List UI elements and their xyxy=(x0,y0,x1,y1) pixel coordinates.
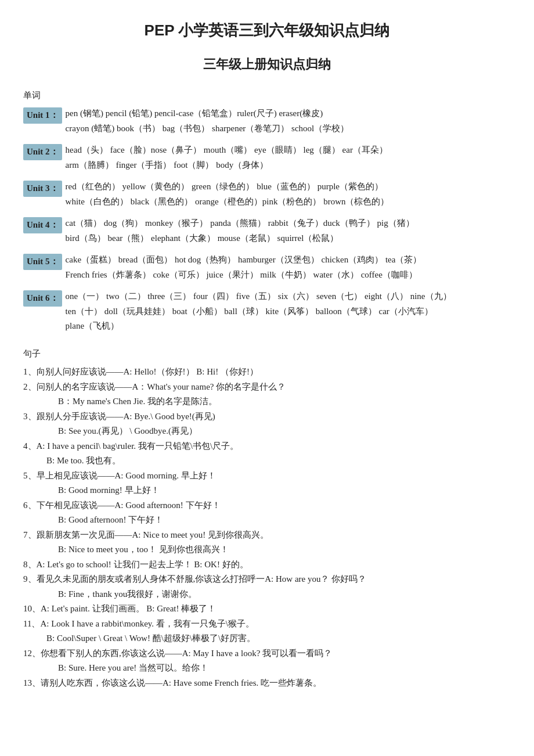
unit-content-1: pen (钢笔) pencil (铅笔) pencil-case（铅笔盒）rul… xyxy=(62,106,511,136)
sentence-item-19: 12、你想看下别人的东西,你该这么说——A: May I have a look… xyxy=(23,646,511,661)
sentence-item-2: B：My name's Chen Jie. 我的名字是陈洁。 xyxy=(23,394,511,409)
sentence-item-7: 5、早上相见应该说——A: Good morning. 早上好！ xyxy=(23,469,511,484)
sentence-item-4: B: See you.(再见） \ Goodbye.(再见） xyxy=(23,424,511,439)
unit-line-3-1: white（白色的） black（黑色的） orange（橙色的）pink（粉色… xyxy=(66,195,511,210)
unit-line-1-1: crayon (蜡笔) book（书） bag（书包） sharpener（卷笔… xyxy=(66,121,511,136)
sentence-num-13: 8、 xyxy=(23,560,37,569)
sentence-num-3: 3、 xyxy=(23,412,37,421)
unit-line-3-0: red（红色的） yellow（黄色的） green（绿色的） blue（蓝色的… xyxy=(66,179,511,195)
sentence-num-0: 1、 xyxy=(23,367,37,376)
sentence-item-17: 11、A: Look I have a rabbit\monkey. 看，我有一… xyxy=(23,617,511,632)
page-title: PEP 小学英语三到六年级知识点归纳 xyxy=(23,17,511,43)
unit-line-6-0: one（一） two（二） three（三） four（四） five（五） s… xyxy=(66,289,511,304)
unit-block-3: Unit 3：red（红色的） yellow（黄色的） green（绿色的） b… xyxy=(23,179,511,209)
page-subtitle: 三年级上册知识点归纳 xyxy=(23,53,511,75)
unit-line-2-0: head（头） face（脸）nose（鼻子） mouth（嘴） eye（眼睛）… xyxy=(66,143,511,158)
unit-tag-4: Unit 4： xyxy=(23,217,62,233)
unit-block-6: Unit 6：one（一） two（二） three（三） four（四） fi… xyxy=(23,289,511,334)
unit-content-5: cake（蛋糕） bread（面包） hot dog（热狗） hamburger… xyxy=(62,253,511,282)
sentence-num-1: 2、 xyxy=(23,382,37,391)
sentence-num-9: 6、 xyxy=(23,501,37,510)
sentence-item-21: 13、请别人吃东西，你该这么说——A: Have some French fri… xyxy=(23,676,511,691)
unit-line-4-0: cat（猫） dog（狗） monkey（猴子） panda（熊猫） rabbi… xyxy=(66,216,511,231)
sentence-item-6: B: Me too. 我也有。 xyxy=(23,453,511,469)
sentence-label: 句子 xyxy=(23,347,511,362)
unit-tag-1: Unit 1： xyxy=(23,107,62,124)
unit-tag-6: Unit 6： xyxy=(23,290,62,307)
sentence-item-8: B: Good morning! 早上好！ xyxy=(23,483,511,498)
unit-content-3: red（红色的） yellow（黄色的） green（绿色的） blue（蓝色的… xyxy=(62,179,511,209)
unit-list: Unit 1：pen (钢笔) pencil (铅笔) pencil-case（… xyxy=(23,106,511,341)
sentence-item-13: 8、A: Let's go to school! 让我们一起去上学！ B: OK… xyxy=(23,557,511,573)
sentence-num-7: 5、 xyxy=(23,471,37,480)
sentence-item-3: 3、跟别人分手应该说——A: Bye.\ Good bye!(再见) xyxy=(23,409,511,424)
unit-content-4: cat（猫） dog（狗） monkey（猴子） panda（熊猫） rabbi… xyxy=(62,216,511,246)
sentence-num-17: 11、 xyxy=(23,619,40,628)
sentence-item-11: 7、跟新朋友第一次见面——A: Nice to meet you! 见到你很高兴… xyxy=(23,528,511,543)
unit-line-1-0: pen (钢笔) pencil (铅笔) pencil-case（铅笔盒）rul… xyxy=(66,106,511,121)
unit-line-6-2: plane（飞机） xyxy=(66,319,511,334)
sentence-item-20: B: Sure. Here you are! 当然可以。给你！ xyxy=(23,661,511,676)
unit-block-1: Unit 1：pen (钢笔) pencil (铅笔) pencil-case（… xyxy=(23,106,511,136)
sentence-num-21: 13、 xyxy=(23,678,41,687)
unit-line-6-1: ten（十） doll（玩具娃娃） boat（小船） ball（球） kite（… xyxy=(66,304,511,319)
unit-block-4: Unit 4：cat（猫） dog（狗） monkey（猴子） panda（熊猫… xyxy=(23,216,511,246)
sentence-num-16: 10、 xyxy=(23,604,41,613)
sentence-item-9: 6、下午相见应该说——A: Good afternoon! 下午好！ xyxy=(23,498,511,513)
unit-block-5: Unit 5：cake（蛋糕） bread（面包） hot dog（热狗） ha… xyxy=(23,253,511,282)
vocab-label: 单词 xyxy=(23,88,511,103)
unit-line-4-1: bird（鸟） bear（熊） elephant（大象） mouse（老鼠） s… xyxy=(66,231,511,246)
sentence-section: 句子 1、向别人问好应该说——A: Hello!（你好!） B: Hi! （你好… xyxy=(23,347,511,691)
sentence-item-5: 4、A: I have a pencil\ bag\ruler. 我有一只铅笔\… xyxy=(23,439,511,454)
unit-tag-3: Unit 3： xyxy=(23,181,62,197)
unit-content-6: one（一） two（二） three（三） four（四） five（五） s… xyxy=(62,289,511,334)
sentence-item-1: 2、问别人的名字应该说——A：What's your name? 你的名字是什么… xyxy=(23,380,511,395)
sentence-item-16: 10、A: Let's paint. 让我们画画。 B: Great! 棒极了！ xyxy=(23,602,511,617)
sentence-num-19: 12、 xyxy=(23,649,41,658)
sentence-item-14: 9、看见久未见面的朋友或者别人身体不舒服,你该这么打招呼一A: How are … xyxy=(23,572,511,587)
unit-tag-2: Unit 2： xyxy=(23,144,62,160)
unit-tag-5: Unit 5： xyxy=(23,254,62,270)
unit-line-5-0: cake（蛋糕） bread（面包） hot dog（热狗） hamburger… xyxy=(66,253,511,268)
sentence-num-14: 9、 xyxy=(23,574,37,584)
sentence-num-5: 4、 xyxy=(23,441,37,451)
sentence-item-18: B: Cool\Super \ Great \ Wow! 酷\超级好\棒极了\好… xyxy=(23,631,511,646)
unit-content-2: head（头） face（脸）nose（鼻子） mouth（嘴） eye（眼睛）… xyxy=(62,143,511,172)
sentence-item-0: 1、向别人问好应该说——A: Hello!（你好!） B: Hi! （你好!） xyxy=(23,365,511,380)
unit-block-2: Unit 2：head（头） face（脸）nose（鼻子） mouth（嘴） … xyxy=(23,143,511,172)
sentence-item-15: B: Fine，thank you我很好，谢谢你。 xyxy=(23,587,511,602)
sentence-item-10: B: Good afternoon! 下午好！ xyxy=(23,513,511,528)
unit-line-2-1: arm（胳膊） finger（手指） foot（脚） body（身体） xyxy=(66,158,511,173)
unit-line-5-1: French fries（炸薯条） coke（可乐） juice（果汁） mil… xyxy=(66,268,511,283)
vocab-section: 单词 Unit 1：pen (钢笔) pencil (铅笔) pencil-ca… xyxy=(23,88,511,341)
sentence-num-11: 7、 xyxy=(23,530,37,539)
sentence-item-12: B: Nice to meet you，too！ 见到你也很高兴！ xyxy=(23,542,511,557)
